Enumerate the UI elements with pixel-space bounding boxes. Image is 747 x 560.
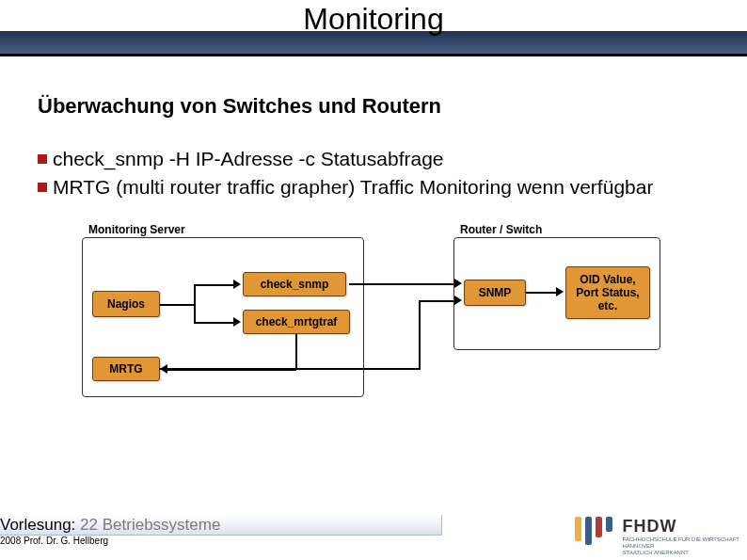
bullet-icon [38, 183, 47, 192]
lecture-number: 22 [80, 516, 98, 534]
bullet-item: check_snmp -H IP-Adresse -c Statusabfrag… [38, 147, 709, 171]
logo-shapes-icon [575, 517, 616, 545]
logo-text: FHDW FACHHOCHSCHULE FÜR DIE WIRTSCHAFT H… [622, 517, 739, 556]
logo-subtext: STAATLICH ANERKANNT [622, 550, 739, 556]
lecture-name: Betriebssysteme [103, 516, 221, 534]
connector [419, 300, 421, 369]
group-router-switch: Router / Switch SNMP OID Value, Port Sta… [453, 237, 660, 350]
bullet-item: MRTG (multi router traffic grapher) Traf… [38, 175, 709, 200]
lecture-label: Vorlesung: [0, 516, 75, 534]
connector [160, 304, 194, 306]
logo-name: FHDW [622, 517, 739, 536]
group-monitoring-server: Monitoring Server Nagios MRTG check_snmp… [82, 237, 364, 397]
connector [194, 284, 196, 305]
box-oid: OID Value, Port Status, etc. [565, 266, 650, 319]
logo: FHDW FACHHOCHSCHULE FÜR DIE WIRTSCHAFT H… [575, 517, 739, 556]
box-check-mrtgtraf: check_mrtgtraf [243, 310, 350, 334]
box-mrtg: MRTG [92, 357, 160, 381]
bullet-icon [38, 154, 47, 164]
connector [419, 300, 456, 302]
bullet-text: MRTG (multi router traffic grapher) Traf… [53, 175, 709, 200]
diagram: Monitoring Server Nagios MRTG check_snmp… [82, 220, 665, 408]
connector [194, 304, 196, 322]
content-area: Überwachung von Switches und Routern che… [0, 56, 747, 408]
subtitle: Überwachung von Switches und Routern [38, 94, 709, 119]
title-bar: Monitoring [0, 0, 747, 56]
group-label: Router / Switch [460, 223, 542, 236]
logo-subtext: FACHHOCHSCHULE FÜR DIE WIRTSCHAFT [622, 536, 739, 543]
connector [194, 322, 235, 324]
bullet-text: check_snmp -H IP-Adresse -c Statusabfrag… [53, 147, 709, 171]
connector [526, 292, 558, 294]
arrow-icon [556, 287, 564, 296]
logo-subtext: HANNOVER [622, 543, 739, 550]
group-label: Monitoring Server [88, 223, 185, 236]
page-title: Monitoring [0, 2, 747, 37]
box-snmp: SNMP [464, 280, 526, 306]
box-check-snmp: check_snmp [243, 272, 346, 296]
footer-bar: Vorlesung: 22 Betriebssysteme [0, 515, 442, 536]
connector [194, 284, 235, 286]
footer: Vorlesung: 22 Betriebssysteme 2008 Prof.… [0, 515, 747, 560]
box-nagios: Nagios [92, 291, 160, 317]
connector [295, 334, 297, 370]
copyright: 2008 Prof. Dr. G. Hellberg [0, 536, 108, 546]
connector [159, 368, 421, 370]
connector [349, 283, 456, 285]
arrow-icon [233, 317, 241, 327]
arrow-icon [233, 280, 241, 289]
